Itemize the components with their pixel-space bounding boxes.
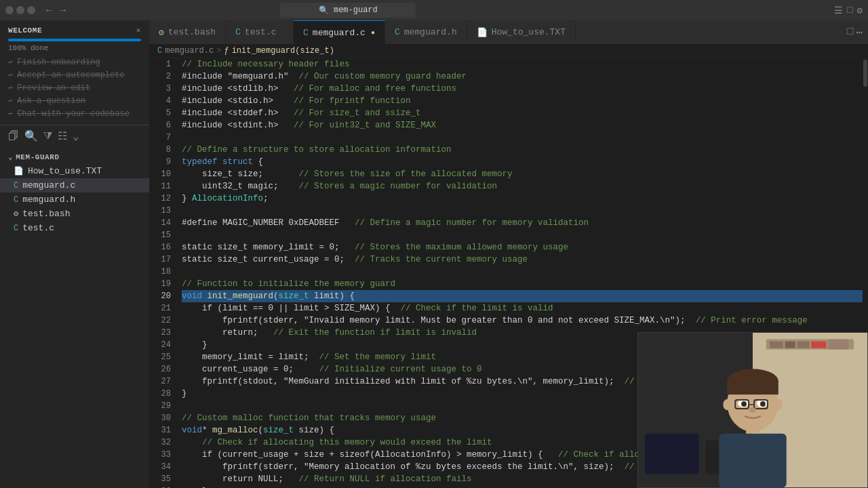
- scrollbar-thumb[interactable]: [863, 60, 867, 87]
- sidebar-item-memguard-h[interactable]: C memguard.h: [0, 192, 149, 207]
- tab-label: test.bash: [168, 27, 216, 37]
- breadcrumb: C memguard.c > ƒ init_memguard(size_t): [149, 44, 868, 58]
- sidebar-toolbar: 🗍 🔍 ⧩ ☷ ⌄: [0, 125, 149, 147]
- code-line-5: #include <stddef.h> // For size_t and ss…: [182, 107, 863, 119]
- breadcrumb-file[interactable]: memguard.c: [165, 46, 214, 56]
- top-bar: ← → 🔍 mem-guard ☰ □ ⚙: [0, 0, 868, 20]
- svg-point-24: [774, 399, 783, 410]
- code-line-8: // Define a structure to store allocatio…: [182, 144, 863, 156]
- code-line-6: #include <stdint.h> // For uint32_t and …: [182, 119, 863, 131]
- code-line-21: if (limit == 0 || limit > SIZE_MAX) { //…: [182, 302, 863, 314]
- sidebar-item-label: test.c: [22, 223, 54, 233]
- code-line-16: static size_t memory_limit = 0; // Store…: [182, 241, 863, 253]
- welcome-item-label: Chat with your codebase: [17, 109, 130, 119]
- svg-point-22: [749, 407, 756, 413]
- split-icon[interactable]: □: [847, 5, 852, 16]
- editor-area: ⚙ test.bash C test.c C memguard.c ● C me…: [149, 20, 868, 488]
- code-line-22: fprintf(stderr, "Invalid memory limit. M…: [182, 314, 863, 327]
- nav-arrows: ← →: [43, 3, 68, 17]
- tab-test-c[interactable]: C test.c: [226, 20, 294, 44]
- sidebar-item-label: test.bash: [22, 209, 70, 219]
- search-bar[interactable]: 🔍 mem-guard: [280, 3, 416, 18]
- svg-rect-8: [645, 434, 699, 474]
- svg-rect-7: [828, 340, 848, 350]
- svg-rect-4: [785, 342, 795, 348]
- welcome-item-preview[interactable]: ✓ Preview an edit: [8, 82, 141, 94]
- code-line-2: #include "memguard.h" // Our custom memo…: [182, 70, 863, 83]
- c-file-icon: C: [14, 195, 18, 205]
- top-right-icons: ☰ □ ⚙: [834, 5, 863, 16]
- tabs-bar: ⚙ test.bash C test.c C memguard.c ● C me…: [149, 20, 868, 44]
- check-icon: ✓: [8, 108, 13, 119]
- c-file-icon: C: [14, 224, 18, 233]
- nav-forward-button[interactable]: →: [57, 3, 68, 17]
- code-line-15: [182, 229, 863, 241]
- sidebar-item-test-c[interactable]: C test.c: [0, 221, 149, 235]
- code-line-17: static size_t current_usage = 0; // Trac…: [182, 253, 863, 266]
- tab-label: memguard.h: [404, 27, 457, 37]
- layout-sidebar-icon[interactable]: ☷: [58, 129, 67, 143]
- progress-bar: [8, 39, 141, 41]
- sidebar-welcome-header: WELCOME ✕: [8, 26, 141, 35]
- code-line-10: size_t size; // Stores the size of the a…: [182, 168, 863, 180]
- line-numbers: 1234567891011121314151617181920212223242…: [149, 58, 176, 488]
- code-line-20: void init_memguard(size_t limit) {: [182, 290, 863, 302]
- chevron-down-icon[interactable]: ⌄: [73, 129, 79, 143]
- minimize-button[interactable]: [5, 6, 14, 14]
- nav-back-button[interactable]: ←: [43, 3, 54, 17]
- split-editor-icon[interactable]: □: [847, 26, 854, 39]
- layout-icon[interactable]: ☰: [834, 5, 843, 16]
- code-line-3: #include <stdlib.h> // For malloc and fr…: [182, 83, 863, 95]
- svg-point-18: [760, 401, 766, 407]
- sidebar-item-memguard-c[interactable]: C memguard.c: [0, 178, 149, 192]
- sidebar-item-label: How_to_use.TXT: [28, 166, 102, 176]
- code-line-12: } AllocationInfo;: [182, 192, 863, 205]
- check-icon: ✓: [8, 96, 13, 106]
- close-button[interactable]: [27, 6, 35, 14]
- search-icon: 🔍: [319, 5, 329, 16]
- search-sidebar-icon[interactable]: 🔍: [24, 129, 38, 143]
- code-line-13: [182, 205, 863, 217]
- welcome-items: ✓ Finish onboarding ✓ Accept an autocomp…: [8, 56, 141, 119]
- tab-memguard-c[interactable]: C memguard.c ●: [294, 20, 385, 44]
- maximize-button[interactable]: [16, 6, 24, 14]
- welcome-item-ask[interactable]: ✓ Ask a question: [8, 95, 141, 106]
- svg-rect-14: [727, 381, 778, 394]
- code-line-4: #include <stdio.h> // For fprintf functi…: [182, 95, 863, 107]
- new-file-icon[interactable]: 🗍: [8, 130, 19, 143]
- webcam-video: [638, 333, 867, 487]
- sidebar-item-test-bash[interactable]: ⚙ test.bash: [0, 207, 149, 221]
- check-icon: ✓: [8, 83, 13, 93]
- welcome-item-autocomplete[interactable]: ✓ Accept an autocomplete: [8, 69, 141, 81]
- welcome-item-label: Finish onboarding: [17, 58, 100, 67]
- sidebar-item-how-to-use[interactable]: 📄 How_to_use.TXT: [0, 164, 149, 178]
- settings-icon[interactable]: ⚙: [857, 5, 863, 16]
- sidebar: WELCOME ✕ 100% done ✓ Finish onboarding …: [0, 20, 149, 488]
- tab-label: memguard.c: [313, 28, 366, 38]
- modified-dot: ●: [371, 29, 375, 37]
- tab-how-to-use[interactable]: 📄 How_to_use.TXT: [467, 20, 576, 44]
- txt-icon: 📄: [477, 27, 488, 38]
- search-text: mem-guard: [334, 5, 378, 15]
- tabs-right-actions: □ ⋯: [847, 26, 868, 39]
- tab-memguard-h[interactable]: C memguard.h: [385, 20, 467, 44]
- breadcrumb-symbol[interactable]: init_memguard(size_t): [232, 46, 334, 56]
- tab-test-bash[interactable]: ⚙ test.bash: [149, 20, 226, 44]
- sidebar-welcome: WELCOME ✕ 100% done ✓ Finish onboarding …: [0, 20, 149, 125]
- svg-rect-3: [770, 342, 783, 348]
- code-line-7: [182, 131, 863, 144]
- welcome-close-icon[interactable]: ✕: [136, 26, 141, 35]
- svg-rect-5: [797, 342, 810, 348]
- webcam-svg: [638, 332, 867, 488]
- sidebar-item-label: memguard.h: [22, 195, 75, 205]
- svg-point-17: [741, 401, 747, 407]
- c-breadcrumb-icon: C: [157, 46, 162, 56]
- code-line-1: // Include necessary header files: [182, 58, 863, 70]
- sidebar-section-header[interactable]: ⌄ MEM-GUARD: [0, 150, 149, 164]
- welcome-item-chat[interactable]: ✓ Chat with your codebase: [8, 108, 141, 119]
- git-icon[interactable]: ⧩: [43, 130, 52, 143]
- svg-rect-10: [719, 434, 786, 488]
- more-tabs-icon[interactable]: ⋯: [856, 26, 863, 39]
- code-line-11: uint32_t magic; // Stores a magic number…: [182, 180, 863, 192]
- welcome-item-onboarding[interactable]: ✓ Finish onboarding: [8, 56, 141, 68]
